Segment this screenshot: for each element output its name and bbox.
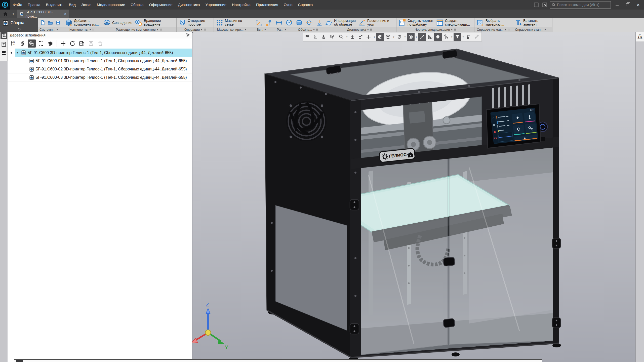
touchscreen[interactable]: 15:14 — [486, 104, 541, 148]
gear-icon[interactable] — [186, 33, 190, 38]
eyedropper-button-disabled[interactable] — [473, 33, 481, 41]
tree-panel-tab[interactable] — [1, 32, 7, 39]
radial-dimension-icon[interactable] — [285, 19, 293, 26]
shaded-display-button[interactable] — [376, 33, 384, 41]
reference-sheet-button[interactable] — [426, 33, 434, 41]
new-document-icon[interactable] — [40, 19, 45, 26]
tree-row-root[interactable]: ● ▼ БГ-91.С600 3D-принтер Гелиос-1 (Тел-… — [8, 49, 192, 57]
filter-button[interactable] — [454, 33, 461, 41]
menu-sketch[interactable]: Эскиз — [78, 0, 94, 10]
tree-row-variant-02[interactable]: БГ-91.С600-02 3D-принтер Гелиос-1 (Тел-1… — [8, 65, 192, 73]
create-specification-button[interactable]: Создатьспецификаци... — [436, 19, 470, 26]
menu-layout[interactable]: Оформление — [146, 0, 175, 10]
app-logo-icon[interactable] — [0, 0, 10, 10]
panel-layout-icon[interactable] — [533, 2, 539, 8]
menu-view[interactable]: Вид — [66, 0, 78, 10]
menu-applications[interactable]: Приложения — [253, 0, 281, 10]
restore-button[interactable] — [623, 1, 632, 9]
simple-hole-button[interactable]: Отверстиепростое — [179, 19, 205, 26]
section-view-button[interactable] — [407, 33, 415, 41]
grid-array-button[interactable]: Массив посетке — [216, 19, 242, 26]
collapsed-bottom-panel[interactable] — [14, 359, 542, 362]
menu-modeling[interactable]: Моделирование — [94, 0, 128, 10]
marquee-select-button[interactable] — [37, 39, 45, 48]
chevron-down-icon[interactable]: ▾ — [462, 33, 465, 41]
toolbar-grip-icon[interactable] — [304, 33, 311, 41]
datum-designation-icon[interactable] — [315, 19, 323, 26]
insert-element-button[interactable]: Вставитьэлемент — [514, 19, 538, 26]
tab-close-icon[interactable]: × — [64, 12, 66, 16]
specification-button[interactable] — [78, 39, 86, 48]
local-cs-button[interactable] — [312, 33, 319, 41]
chevron-down-icon[interactable]: ▾ — [404, 33, 407, 41]
touch-rotate-button[interactable] — [442, 33, 450, 41]
ribbon-collapse-chevron[interactable] — [0, 27, 38, 32]
wireframe-display-button[interactable] — [384, 33, 392, 41]
component-placement-button[interactable] — [328, 33, 336, 41]
materials-display-button[interactable] — [434, 33, 442, 41]
expander-icon[interactable]: ▼ — [15, 51, 20, 54]
graphics-viewport[interactable]: ▾ ▾ ▾ ▾ ▾ ▾ ▾ — [192, 32, 635, 362]
zoom-frame-button[interactable] — [337, 33, 345, 41]
menu-file[interactable]: Файл — [10, 0, 25, 10]
hide-objects-button[interactable] — [395, 33, 403, 41]
open-document-icon[interactable] — [48, 19, 53, 26]
menu-diagnostics[interactable]: Диагностика — [175, 0, 203, 10]
tab-list-caret[interactable]: ▾ — [11, 10, 16, 18]
printer-3d-model[interactable]: 15:14 — [192, 32, 635, 362]
menu-select[interactable]: Выделить — [43, 0, 66, 10]
cylinder-designation-icon[interactable] — [295, 19, 303, 26]
menu-assembly[interactable]: Сборка — [128, 0, 146, 10]
add-item-button[interactable] — [59, 39, 67, 48]
window-settings-icon[interactable] — [541, 2, 548, 8]
measure-tool-button[interactable] — [465, 33, 473, 41]
document-tab[interactable]: БГ-91.С600 3D-прин... × — [17, 10, 69, 18]
door-glass[interactable] — [356, 145, 556, 355]
orientation-button[interactable] — [365, 33, 373, 41]
distance-angle-button[interactable]: Расстояние иугол — [358, 19, 389, 26]
close-button[interactable]: × — [634, 1, 642, 9]
command-search[interactable] — [550, 1, 611, 9]
control-points-button[interactable] — [418, 33, 426, 41]
coincidence-button[interactable]: Совпадение — [103, 19, 132, 26]
object-info-button[interactable]: Информацияоб объекте — [325, 19, 356, 26]
chevron-down-icon[interactable]: ▾ — [415, 33, 418, 41]
move-component-button[interactable] — [357, 33, 365, 41]
layers-button[interactable] — [46, 39, 54, 48]
minimize-button[interactable] — [613, 1, 621, 9]
structure-tree-view-button[interactable] — [18, 39, 26, 48]
update-component-button[interactable] — [68, 39, 76, 48]
auxiliary-axes-icon[interactable] — [255, 19, 263, 26]
linear-dimension-icon[interactable] — [275, 19, 283, 26]
menu-help[interactable]: Справка — [295, 0, 316, 10]
mode-selector[interactable]: Сборка — [0, 18, 38, 32]
parameters-panel-tab[interactable] — [1, 41, 7, 48]
ground-placement-button[interactable] — [320, 33, 328, 41]
menu-management[interactable]: Управление — [203, 0, 229, 10]
menu-edit[interactable]: Правка — [25, 0, 43, 10]
chevron-down-icon[interactable]: ▾ — [450, 33, 453, 41]
components-view-button[interactable] — [28, 39, 36, 48]
save-tree-button-disabled[interactable] — [87, 39, 95, 48]
pan-view-button[interactable] — [349, 33, 356, 41]
menu-window[interactable]: Окно — [281, 0, 295, 10]
chevron-down-icon[interactable]: ▾ — [373, 33, 376, 41]
add-component-button[interactable]: Добавитькомпонент из... — [65, 19, 99, 26]
variables-fx-button[interactable]: fx — [636, 32, 644, 42]
save-icon[interactable] — [56, 19, 61, 26]
menu-settings[interactable]: Настройка — [229, 0, 253, 10]
tree-row-variant-01[interactable]: БГ-91.С600-01 3D-принтер Гелиос-1 (Тел-1… — [8, 57, 192, 65]
panel-menu-icon[interactable] — [1, 49, 7, 56]
numbered-tree-view-button[interactable]: 1112 — [9, 39, 17, 48]
rotation-rotation-button[interactable]: Вращение-вращение — [135, 19, 162, 26]
delete-tree-button-disabled[interactable] — [96, 39, 104, 48]
axis-designation-icon[interactable] — [305, 19, 313, 26]
chevron-down-icon[interactable]: ▾ — [345, 33, 348, 41]
create-drawing-button[interactable]: Создать чертежпо шаблону — [398, 19, 433, 26]
select-material-button[interactable]: Выбратьматериал... — [476, 19, 504, 26]
tree-row-variant-03[interactable]: БГ-91.С600-03 3D-принтер Гелиос-1 (Тел-1… — [8, 73, 192, 82]
search-input[interactable] — [557, 3, 609, 7]
chevron-down-icon[interactable]: ▾ — [392, 33, 395, 41]
home-button[interactable] — [0, 10, 11, 18]
point-icon[interactable] — [265, 19, 273, 26]
